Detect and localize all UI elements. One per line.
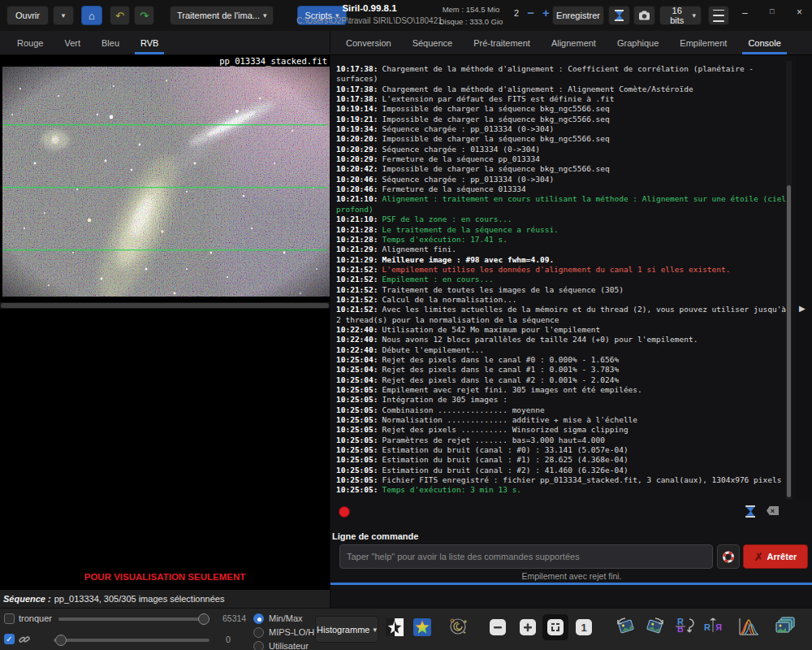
tab-bleu[interactable]: Bleu (91, 31, 130, 54)
tab-pretraitement[interactable]: Pré-traitement (463, 31, 541, 54)
clear-console-button[interactable]: × (767, 506, 779, 515)
open-button[interactable]: Ouvrir (6, 6, 49, 25)
truncate-label: tronquer (19, 613, 52, 623)
star-detection-button[interactable] (411, 616, 434, 639)
console-line: 10:25:05:Temps d'exécution: 3 min 13 s. (336, 485, 789, 495)
main-menu-button[interactable] (708, 6, 729, 25)
low-cutoff-slider[interactable] (54, 639, 209, 642)
console-timestamp: 10:19:34: (336, 124, 378, 133)
tab-graphique[interactable]: Graphique (607, 31, 669, 54)
flip-horizontal-button[interactable]: R R (702, 615, 724, 638)
histogram-transform-button[interactable] (737, 615, 760, 638)
tab-rouge[interactable]: Rouge (6, 31, 54, 54)
stop-x-icon: ✗ (754, 551, 763, 563)
chain-link-icon (19, 634, 30, 645)
truncate-checkbox[interactable] (4, 613, 15, 624)
close-icon: × (797, 6, 802, 18)
console-message: Temps d'exécution: 17.41 s. (382, 235, 507, 244)
console-scrollbar-thumb[interactable] (787, 185, 791, 497)
rotate-left-button[interactable] (615, 615, 637, 638)
sequence-frames-button[interactable] (773, 615, 796, 638)
export-button[interactable] (608, 6, 630, 25)
console-line: 10:20:46:Fermeture de la séquence 013334 (336, 184, 789, 194)
chevron-down-icon: ▾ (62, 11, 66, 20)
tab-rvb[interactable]: RVB (130, 31, 169, 54)
window-close-button[interactable]: × (792, 6, 807, 19)
console-timestamp: 10:22:40: (336, 335, 378, 344)
snapshot-button[interactable] (633, 6, 655, 25)
flip-horizontal-icon: R R (702, 616, 723, 637)
flip-vertical-icon: R R (674, 616, 695, 637)
image-processing-menu-button[interactable]: Traitement de l'ima...▾ (170, 6, 274, 25)
export-log-button[interactable] (740, 505, 761, 521)
astrometry-button[interactable] (447, 615, 469, 638)
bitdepth-dropdown[interactable]: 16 bits▾ (659, 6, 702, 25)
console-log[interactable]: 10:17:38:Chargement de la méthode d'alig… (332, 61, 789, 503)
open-dropdown-button[interactable]: ▾ (53, 6, 74, 25)
console-timestamp: 10:22:40: (336, 325, 378, 334)
panel-expander-arrow[interactable]: ▶ (799, 304, 806, 313)
tab-empilement[interactable]: Empilement (669, 31, 737, 54)
stacked-galaxy-image[interactable] (0, 67, 330, 301)
window-maximize-button[interactable]: □ (765, 6, 779, 16)
stacked-images-icon (773, 616, 796, 637)
zoom-one-icon: 1 (575, 618, 593, 636)
image-display-area[interactable]: pp_013334_stacked.fit (0, 55, 330, 590)
negative-star-icon (386, 618, 404, 636)
home-button[interactable]: ⌂ (81, 6, 102, 25)
command-help-button[interactable] (717, 544, 740, 569)
threads-minus-button[interactable]: − (527, 6, 534, 20)
console-message: Rejet des pixels dans le canal #0 : 0.00… (382, 355, 619, 364)
save-button[interactable]: Enregistrer (552, 6, 604, 25)
console-message: Le traitement de la séquence a réussi. (382, 225, 558, 234)
high-cutoff-slider[interactable] (58, 618, 209, 621)
console-message: L'empilement utilise les données d'align… (382, 265, 730, 274)
low-cutoff-knob[interactable] (55, 635, 67, 646)
console-timestamp: 10:25:05: (336, 415, 378, 424)
tab-alignement[interactable]: Alignement (541, 31, 607, 54)
zoom-in-button[interactable] (516, 616, 539, 639)
link-cutoffs-checkbox[interactable]: ✓ (4, 634, 15, 644)
console-message: PSF de la zone : en cours... (382, 214, 512, 223)
mode-user-label: Utilisateur (269, 641, 309, 650)
console-line: 10:25:04:Rejet des pixels dans le canal … (336, 365, 789, 375)
zoom-out-button[interactable] (486, 616, 509, 639)
high-cutoff-knob[interactable] (198, 613, 209, 625)
tab-conversion[interactable]: Conversion (335, 31, 402, 54)
console-message: Séquence chargée : pp_013334 (0->304) (382, 175, 554, 184)
console-timestamp: 10:19:14: (336, 104, 378, 113)
mode-minmax-radio[interactable]: Min/Max (253, 611, 317, 625)
redo-button[interactable]: ↷ (134, 6, 154, 25)
console-line: 10:25:05:Estimation du bruit (canal : #1… (336, 455, 789, 465)
image-horizontal-scrollbar[interactable] (0, 302, 330, 309)
zoom-one-button[interactable]: 1 (572, 616, 595, 639)
svg-text:1: 1 (581, 622, 586, 634)
undo-button[interactable]: ↶ (110, 6, 130, 25)
console-line: 10:20:20:Impossible de charger la séquen… (336, 134, 789, 144)
negative-view-button[interactable] (383, 616, 406, 639)
histogram-mode-dropdown[interactable]: Histogramme▾ (315, 616, 378, 643)
console-timestamp: 10:21:52: (336, 295, 378, 304)
threads-plus-button[interactable]: + (542, 6, 550, 20)
command-input[interactable] (339, 544, 713, 569)
stop-processing-button[interactable]: ✗ Arrêter (743, 544, 808, 569)
mode-user-radio[interactable]: Utilisateur (253, 639, 317, 650)
console-timestamp: 10:21:10: (336, 214, 378, 223)
mode-mips-radio[interactable]: MIPS-LO/HI (253, 625, 317, 639)
console-timestamp: 10:25:04: (336, 355, 378, 364)
window-minimize-button[interactable]: – (737, 6, 753, 20)
maximize-icon: □ (770, 7, 774, 15)
flip-vertical-button[interactable]: R R (673, 615, 696, 638)
scrollbar-thumb[interactable] (1, 303, 329, 308)
zoom-fit-button[interactable] (542, 614, 568, 640)
console-line: 10:25:04:Rejet des pixels dans le canal … (336, 355, 789, 365)
record-log-indicator[interactable] (339, 506, 350, 518)
console-message: Chargement de la méthode d'alignement : … (336, 64, 758, 83)
rotate-right-button[interactable] (643, 615, 666, 638)
sequence-info: pp_013334, 305/305 images sélectionnées (54, 594, 225, 604)
console-line: 10:21:10:Alignement : traitement en cour… (336, 194, 789, 214)
tab-vert[interactable]: Vert (54, 31, 91, 54)
tab-sequence[interactable]: Séquence (402, 31, 464, 54)
console-scrollbar[interactable] (786, 61, 792, 500)
tab-console[interactable]: Console (737, 31, 791, 54)
